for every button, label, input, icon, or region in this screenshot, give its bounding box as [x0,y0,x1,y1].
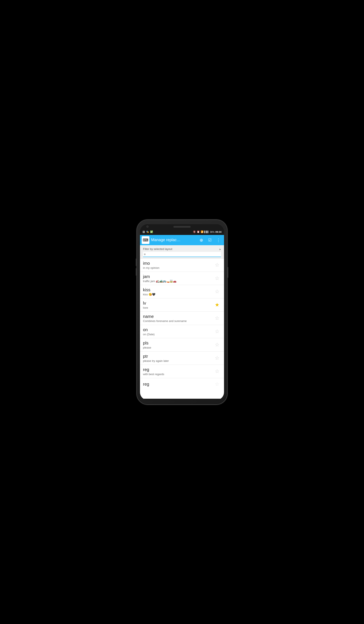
phone-device: 🖼 🎭 ✅ 🔇 ⏰ 📶 ▌▌▌ 36% 09:34 ⌨ Manage repla… [137,220,227,404]
list-item-content: kiss kiss 😘🖤 [143,287,213,296]
favorite-star-button[interactable]: ☆ [213,274,221,282]
list-item-content: jam traffic jam 🚛🚜🚌🚤🚋🚗 [143,274,213,283]
abbreviation: ptr [143,354,213,359]
volume-up-button[interactable] [136,259,136,266]
favorite-star-button[interactable]: ☆ [213,380,221,388]
phone-screen: 🖼 🎭 ✅ 🔇 ⏰ 📶 ▌▌▌ 36% 09:34 ⌨ Manage repla… [140,224,224,400]
app-bar: ⌨ Manage replac… ⊕ ☑ ⋮ [140,235,224,245]
search-row: ≡ [143,252,221,257]
list-item-content: on on (Date) [143,327,213,336]
filter-checked-icon: ☑ [208,238,211,242]
favorite-star-button[interactable]: ☆ [213,314,221,322]
abbreviation: reg [143,367,213,372]
abbreviation: imo [143,261,213,266]
abbreviation: kiss [143,287,213,292]
screen-content: Filter by selected layout ▸ ≡ imo in my … [140,245,224,399]
abbreviation: name [143,314,213,319]
expansion: Combines forename and surename [143,319,213,323]
abbreviation: reg [143,382,213,387]
list-item[interactable]: imo in my opinion ☆ [140,259,224,272]
list-item[interactable]: pls please ☆ [140,338,224,352]
list-item-content: reg with best regards [143,367,213,376]
battery-text: 36% [210,231,215,233]
search-filter-icon: ≡ [144,253,146,256]
earpiece-speaker [173,226,191,228]
abbreviation: on [143,327,213,332]
abbreviation: lv [143,301,213,306]
status-icons-right: 🔇 ⏰ 📶 ▌▌▌ 36% 09:34 [193,231,221,233]
favorite-star-button[interactable]: ☆ [213,354,221,362]
replacements-list: imo in my opinion ☆ jam traffic jam 🚛🚜🚌🚤… [140,259,224,399]
phone-top [140,224,224,229]
list-item[interactable]: reg ☆ [140,378,224,389]
clipboard-icon: ✅ [150,231,153,233]
favorite-star-button[interactable]: ★ [213,301,221,309]
list-item-content: ptr please try again later [143,354,213,363]
abbreviation: pls [143,340,213,345]
alarm-icon: ⏰ [197,231,200,233]
search-input[interactable] [146,252,220,256]
app-bar-actions: ⊕ ☑ ⋮ [197,236,222,244]
expansion: please try again later [143,359,213,363]
app-title: Manage replac… [151,238,196,242]
expansion: with best regards [143,373,213,376]
abbreviation: jam [143,274,213,279]
list-item[interactable]: kiss kiss 😘🖤 ☆ [140,285,224,298]
list-item-content: imo in my opinion [143,261,213,269]
time-display: 09:34 [215,231,221,233]
phone-bottom [140,399,224,400]
power-button[interactable] [228,267,228,278]
list-item[interactable]: reg with best regards ☆ [140,365,224,378]
favorite-star-button[interactable]: ☆ [213,288,221,295]
filter-bar: Filter by selected layout ▸ ≡ [140,245,224,259]
expansion: in my opinion [143,266,213,269]
list-item[interactable]: on on (Date) ☆ [140,325,224,338]
list-item-content: lv love [143,301,213,309]
filter-label-text: Filter by selected layout [143,247,172,251]
list-item-content: name Combines forename and surename [143,314,213,323]
expansion: traffic jam 🚛🚜🚌🚤🚋🚗 [143,280,213,283]
mute-icon: 🔇 [193,231,196,233]
filter-arrow-icon[interactable]: ▸ [220,247,221,251]
volume-down-button[interactable] [136,268,136,276]
app-logo: ⌨ [142,236,149,244]
expansion: please [143,346,213,349]
filter-label: Filter by selected layout ▸ [143,247,221,251]
status-icons-left: 🖼 🎭 ✅ [143,231,153,233]
list-item[interactable]: lv love ★ [140,298,224,312]
list-item[interactable]: jam traffic jam 🚛🚜🚌🚤🚋🚗 ☆ [140,272,224,285]
more-options-button[interactable]: ⋮ [215,236,222,244]
add-button[interactable]: ⊕ [197,236,205,244]
favorite-star-button[interactable]: ☆ [213,367,221,375]
signal-icon: ▌▌▌ [205,231,209,233]
favorite-star-button[interactable]: ☆ [213,341,221,349]
list-item-content: pls please [143,340,213,349]
wifi-icon: 📶 [201,231,204,233]
favorite-star-button[interactable]: ☆ [213,328,221,335]
favorite-star-button[interactable]: ☆ [213,261,221,269]
expansion: on (Date) [143,333,213,336]
front-camera [146,226,149,228]
list-item-content: reg [143,382,213,387]
expansion: love [143,306,213,309]
expansion: kiss 😘🖤 [143,293,213,296]
filter-button[interactable]: ☑ [206,236,214,244]
status-bar: 🖼 🎭 ✅ 🔇 ⏰ 📶 ▌▌▌ 36% 09:34 [140,229,224,235]
screenshot-icon: 🎭 [146,231,149,233]
list-item[interactable]: name Combines forename and surename ☆ [140,312,224,325]
list-item[interactable]: ptr please try again later ☆ [140,352,224,365]
add-icon: ⊕ [200,237,203,243]
gallery-icon: 🖼 [143,231,145,233]
overflow-icon: ⋮ [216,237,221,243]
